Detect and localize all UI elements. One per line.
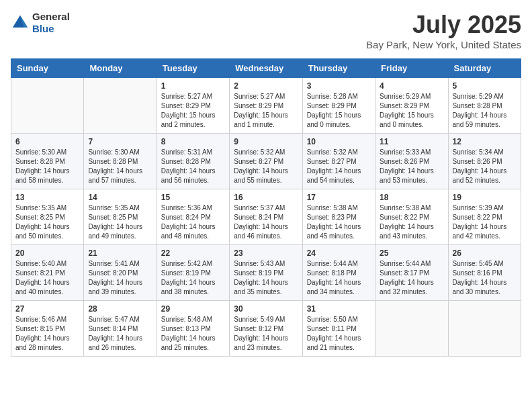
day-info: Sunrise: 5:40 AM Sunset: 8:21 PM Dayligh… — [15, 259, 79, 297]
day-info: Sunrise: 5:42 AM Sunset: 8:19 PM Dayligh… — [161, 259, 225, 297]
page-title: July 2025 — [366, 11, 521, 39]
day-info: Sunrise: 5:41 AM Sunset: 8:20 PM Dayligh… — [88, 259, 152, 297]
calendar-header: SundayMondayTuesdayWednesdayThursdayFrid… — [11, 59, 521, 78]
col-header-saturday: Saturday — [448, 59, 521, 78]
day-number: 28 — [88, 304, 152, 314]
day-info: Sunrise: 5:30 AM Sunset: 8:28 PM Dayligh… — [15, 148, 79, 185]
calendar-body: 1Sunrise: 5:27 AM Sunset: 8:29 PM Daylig… — [11, 78, 521, 357]
calendar-cell: 27Sunrise: 5:46 AM Sunset: 8:15 PM Dayli… — [11, 301, 84, 357]
calendar-cell: 3Sunrise: 5:28 AM Sunset: 8:29 PM Daylig… — [302, 78, 375, 134]
page-header: General Blue July 2025 Bay Park, New Yor… — [11, 11, 521, 50]
title-block: July 2025 Bay Park, New York, United Sta… — [366, 11, 521, 50]
calendar-cell: 18Sunrise: 5:38 AM Sunset: 8:22 PM Dayli… — [375, 189, 448, 245]
day-number: 16 — [234, 193, 298, 202]
calendar-cell: 31Sunrise: 5:50 AM Sunset: 8:11 PM Dayli… — [302, 301, 375, 357]
day-number: 21 — [88, 248, 152, 258]
day-info: Sunrise: 5:34 AM Sunset: 8:26 PM Dayligh… — [453, 148, 517, 185]
logo-general: General — [32, 11, 70, 23]
day-info: Sunrise: 5:27 AM Sunset: 8:29 PM Dayligh… — [234, 92, 298, 130]
day-info: Sunrise: 5:46 AM Sunset: 8:15 PM Dayligh… — [15, 315, 79, 353]
day-info: Sunrise: 5:45 AM Sunset: 8:16 PM Dayligh… — [453, 259, 517, 297]
logo: General Blue — [11, 11, 70, 35]
day-number: 23 — [234, 248, 298, 258]
calendar-cell: 4Sunrise: 5:29 AM Sunset: 8:29 PM Daylig… — [375, 78, 448, 134]
day-number: 13 — [15, 193, 79, 202]
header-row: SundayMondayTuesdayWednesdayThursdayFrid… — [11, 59, 521, 78]
calendar-cell: 10Sunrise: 5:32 AM Sunset: 8:27 PM Dayli… — [302, 134, 375, 189]
day-number: 5 — [453, 81, 517, 91]
calendar-cell: 12Sunrise: 5:34 AM Sunset: 8:26 PM Dayli… — [448, 134, 521, 189]
day-number: 26 — [453, 248, 517, 258]
day-info: Sunrise: 5:35 AM Sunset: 8:25 PM Dayligh… — [15, 203, 79, 241]
day-info: Sunrise: 5:47 AM Sunset: 8:14 PM Dayligh… — [88, 315, 152, 353]
calendar-cell: 16Sunrise: 5:37 AM Sunset: 8:24 PM Dayli… — [230, 189, 302, 245]
calendar-cell: 2Sunrise: 5:27 AM Sunset: 8:29 PM Daylig… — [230, 78, 302, 134]
day-number: 17 — [307, 193, 371, 202]
day-number: 12 — [453, 137, 517, 146]
day-info: Sunrise: 5:31 AM Sunset: 8:28 PM Dayligh… — [161, 148, 225, 185]
day-number: 2 — [234, 81, 298, 91]
col-header-monday: Monday — [84, 59, 157, 78]
day-number: 19 — [453, 193, 517, 202]
calendar-table: SundayMondayTuesdayWednesdayThursdayFrid… — [11, 58, 521, 357]
col-header-tuesday: Tuesday — [157, 59, 229, 78]
calendar-cell: 24Sunrise: 5:44 AM Sunset: 8:18 PM Dayli… — [302, 245, 375, 301]
calendar-cell: 19Sunrise: 5:39 AM Sunset: 8:22 PM Dayli… — [448, 189, 521, 245]
day-info: Sunrise: 5:44 AM Sunset: 8:18 PM Dayligh… — [307, 259, 371, 297]
logo-icon — [11, 13, 30, 32]
day-info: Sunrise: 5:43 AM Sunset: 8:19 PM Dayligh… — [234, 259, 298, 297]
day-number: 11 — [380, 137, 443, 146]
day-info: Sunrise: 5:28 AM Sunset: 8:29 PM Dayligh… — [307, 92, 371, 130]
calendar-cell — [84, 78, 157, 134]
day-number: 20 — [15, 248, 79, 258]
day-info: Sunrise: 5:37 AM Sunset: 8:24 PM Dayligh… — [234, 203, 298, 241]
calendar-week-2: 6Sunrise: 5:30 AM Sunset: 8:28 PM Daylig… — [11, 134, 521, 189]
calendar-week-5: 27Sunrise: 5:46 AM Sunset: 8:15 PM Dayli… — [11, 301, 521, 357]
day-info: Sunrise: 5:27 AM Sunset: 8:29 PM Dayligh… — [161, 92, 225, 130]
col-header-wednesday: Wednesday — [230, 59, 302, 78]
day-info: Sunrise: 5:50 AM Sunset: 8:11 PM Dayligh… — [307, 315, 371, 353]
day-info: Sunrise: 5:38 AM Sunset: 8:23 PM Dayligh… — [307, 203, 371, 241]
col-header-sunday: Sunday — [11, 59, 84, 78]
calendar-cell: 7Sunrise: 5:30 AM Sunset: 8:28 PM Daylig… — [84, 134, 157, 189]
calendar-cell: 8Sunrise: 5:31 AM Sunset: 8:28 PM Daylig… — [157, 134, 229, 189]
calendar-week-1: 1Sunrise: 5:27 AM Sunset: 8:29 PM Daylig… — [11, 78, 521, 134]
day-number: 4 — [380, 81, 443, 91]
calendar-week-4: 20Sunrise: 5:40 AM Sunset: 8:21 PM Dayli… — [11, 245, 521, 301]
day-number: 3 — [307, 81, 371, 91]
day-info: Sunrise: 5:30 AM Sunset: 8:28 PM Dayligh… — [88, 148, 152, 185]
day-info: Sunrise: 5:36 AM Sunset: 8:24 PM Dayligh… — [161, 203, 225, 241]
calendar-cell: 17Sunrise: 5:38 AM Sunset: 8:23 PM Dayli… — [302, 189, 375, 245]
calendar-cell: 14Sunrise: 5:35 AM Sunset: 8:25 PM Dayli… — [84, 189, 157, 245]
day-info: Sunrise: 5:48 AM Sunset: 8:13 PM Dayligh… — [161, 315, 225, 353]
calendar-cell — [375, 301, 448, 357]
calendar-cell: 20Sunrise: 5:40 AM Sunset: 8:21 PM Dayli… — [11, 245, 84, 301]
calendar-cell: 25Sunrise: 5:44 AM Sunset: 8:17 PM Dayli… — [375, 245, 448, 301]
calendar-week-3: 13Sunrise: 5:35 AM Sunset: 8:25 PM Dayli… — [11, 189, 521, 245]
day-number: 7 — [88, 137, 152, 146]
calendar-cell — [11, 78, 84, 134]
calendar-cell: 21Sunrise: 5:41 AM Sunset: 8:20 PM Dayli… — [84, 245, 157, 301]
day-number: 31 — [307, 304, 371, 314]
col-header-thursday: Thursday — [302, 59, 375, 78]
day-info: Sunrise: 5:32 AM Sunset: 8:27 PM Dayligh… — [307, 148, 371, 185]
day-number: 29 — [161, 304, 225, 314]
page-subtitle: Bay Park, New York, United States — [366, 39, 521, 50]
day-number: 1 — [161, 81, 225, 91]
calendar-cell: 13Sunrise: 5:35 AM Sunset: 8:25 PM Dayli… — [11, 189, 84, 245]
day-number: 25 — [380, 248, 443, 258]
day-info: Sunrise: 5:35 AM Sunset: 8:25 PM Dayligh… — [88, 203, 152, 241]
calendar-cell: 23Sunrise: 5:43 AM Sunset: 8:19 PM Dayli… — [230, 245, 302, 301]
col-header-friday: Friday — [375, 59, 448, 78]
calendar-cell — [448, 301, 521, 357]
calendar-cell: 28Sunrise: 5:47 AM Sunset: 8:14 PM Dayli… — [84, 301, 157, 357]
calendar-cell: 26Sunrise: 5:45 AM Sunset: 8:16 PM Dayli… — [448, 245, 521, 301]
day-number: 22 — [161, 248, 225, 258]
day-number: 10 — [307, 137, 371, 146]
calendar-cell: 11Sunrise: 5:33 AM Sunset: 8:26 PM Dayli… — [375, 134, 448, 189]
day-number: 18 — [380, 193, 443, 202]
calendar-cell: 9Sunrise: 5:32 AM Sunset: 8:27 PM Daylig… — [230, 134, 302, 189]
calendar-cell: 22Sunrise: 5:42 AM Sunset: 8:19 PM Dayli… — [157, 245, 229, 301]
calendar-cell: 6Sunrise: 5:30 AM Sunset: 8:28 PM Daylig… — [11, 134, 84, 189]
day-number: 6 — [15, 137, 79, 146]
